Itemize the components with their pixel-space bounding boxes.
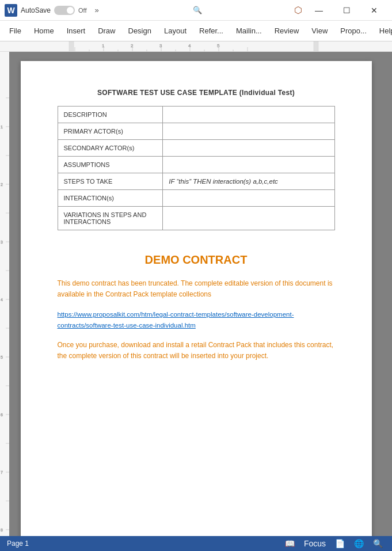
reading-mode-icon[interactable]: 📖 (283, 538, 297, 549)
svg-text:7: 7 (1, 470, 3, 474)
table-row: INTERACTION(s) (58, 190, 334, 207)
tab-file[interactable]: File (3, 23, 27, 39)
row-value (163, 157, 334, 173)
table-row: VARIATIONS IN STEPS AND INTERACTIONS (58, 207, 334, 230)
row-label: STEPS TO TAKE (58, 173, 163, 190)
svg-text:4: 4 (188, 43, 191, 48)
tab-home[interactable]: Home (28, 23, 60, 39)
row-value (163, 207, 334, 230)
row-value (163, 190, 334, 207)
row-label: INTERACTION(s) (58, 190, 163, 207)
steps-content: IF “this” THEN interaction(s) a,b,c,etc (169, 178, 278, 185)
tab-review[interactable]: Review (269, 23, 305, 39)
more-commands-icon[interactable]: » (93, 5, 101, 16)
word-icon: W (5, 4, 17, 17)
table-row: SECONDARY ACTOR(s) (58, 140, 334, 157)
row-label: VARIATIONS IN STEPS AND INTERACTIONS (58, 207, 163, 230)
svg-text:8: 8 (1, 528, 3, 532)
vertical-ruler: 1 2 3 4 5 6 7 8 (0, 52, 9, 536)
row-value (163, 107, 334, 123)
autosave-toggle[interactable] (54, 6, 75, 15)
search-icon: 🔍 (193, 6, 202, 14)
document-title: SOFTWARE TEST USE CASE TEMPLATE (Individ… (58, 89, 335, 97)
demo-body-1: This demo contract has been truncated. T… (58, 278, 335, 300)
svg-text:5: 5 (1, 355, 3, 359)
demo-contract-title: DEMO CONTRACT (58, 253, 335, 267)
svg-text:3: 3 (159, 43, 162, 48)
svg-rect-20 (314, 41, 318, 52)
row-label: DESCRIPTION (58, 107, 163, 123)
toggle-knob (67, 7, 74, 14)
status-bar: Page 1 📖 Focus 📄 🌐 🔍 (0, 536, 392, 551)
table-row: STEPS TO TAKE IF “this” THEN interaction… (58, 173, 334, 190)
tab-design[interactable]: Design (123, 23, 157, 39)
minimize-button[interactable]: — (306, 2, 332, 19)
row-value: IF “this” THEN interaction(s) a,b,c,etc (163, 173, 334, 190)
page: SOFTWARE TEST USE CASE TEMPLATE (Individ… (21, 61, 372, 536)
title-bar: W AutoSave Off » 🔍 ⬡ — ☐ ✕ (0, 0, 392, 21)
tab-draw[interactable]: Draw (92, 23, 121, 39)
demo-body-2: Once you purchase, download and install … (58, 340, 335, 362)
use-case-table: DESCRIPTION PRIMARY ACTOR(s) SECONDARY A… (58, 106, 335, 230)
svg-text:1: 1 (1, 125, 3, 129)
tab-mailings[interactable]: Mailin... (230, 23, 268, 39)
svg-rect-1 (69, 41, 74, 52)
row-label: PRIMARY ACTOR(s) (58, 123, 163, 140)
svg-text:1: 1 (102, 43, 105, 48)
page-number: Page 1 (7, 539, 29, 548)
tab-layout[interactable]: Layout (158, 23, 192, 39)
status-icons: 📖 Focus 📄 🌐 🔍 (283, 538, 385, 549)
ruler: 1 2 3 4 5 (0, 41, 392, 52)
tab-help[interactable]: Help (374, 23, 392, 39)
svg-text:3: 3 (1, 240, 3, 244)
diamond-icon: ⬡ (294, 5, 302, 16)
toggle-off-label: Off (78, 7, 86, 14)
search-bar[interactable]: 🔍 (193, 6, 202, 14)
svg-text:2: 2 (1, 183, 3, 187)
row-value (163, 123, 334, 140)
print-layout-icon[interactable]: 📄 (333, 538, 347, 549)
tab-references[interactable]: Refer... (193, 23, 229, 39)
svg-text:6: 6 (1, 413, 3, 417)
zoom-icon[interactable]: 🔍 (371, 538, 385, 549)
close-button[interactable]: ✕ (361, 2, 387, 19)
demo-link[interactable]: https://www.proposalkit.com/htm/legal-co… (58, 309, 335, 330)
row-label: ASSUMPTIONS (58, 157, 163, 173)
table-row: ASSUMPTIONS (58, 157, 334, 173)
table-row: PRIMARY ACTOR(s) (58, 123, 334, 140)
svg-text:2: 2 (131, 43, 134, 48)
table-row: DESCRIPTION (58, 107, 334, 123)
window-controls: — ☐ ✕ (306, 2, 387, 19)
document-area: 1 2 3 4 5 6 7 8 (0, 52, 392, 536)
tab-insert[interactable]: Insert (61, 23, 92, 39)
row-label: SECONDARY ACTOR(s) (58, 140, 163, 157)
web-layout-icon[interactable]: 🌐 (352, 538, 366, 549)
tab-view[interactable]: View (306, 23, 333, 39)
ribbon: File Home Insert Draw Design Layout Refe… (0, 21, 392, 41)
svg-text:4: 4 (1, 298, 3, 302)
tab-propose[interactable]: Propo... (334, 23, 372, 39)
autosave-label: AutoSave (21, 6, 51, 14)
svg-rect-0 (0, 41, 392, 52)
focus-label[interactable]: Focus (302, 538, 328, 549)
row-value (163, 140, 334, 157)
restore-button[interactable]: ☐ (333, 2, 360, 19)
ruler-content: 1 2 3 4 5 (0, 41, 392, 51)
svg-text:5: 5 (217, 43, 220, 48)
